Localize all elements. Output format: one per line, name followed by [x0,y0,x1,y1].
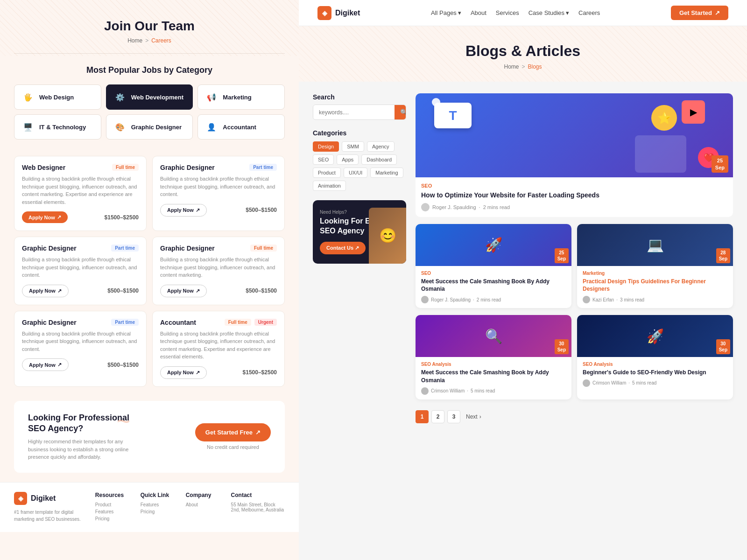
category-item-web-dev[interactable]: ⚙️ Web Development [106,84,193,110]
author-name: Kazi Erfan [592,297,614,302]
search-box: 🔍 [313,105,406,120]
sidebar-search-label: Search [313,93,406,101]
cat-tag-animation[interactable]: Animation [313,181,346,191]
careers-panel: Join Our Team Home > Careers Most Popula… [0,0,299,560]
job-footer-0: Apply Now ↗ $1500–$2500 [22,211,139,223]
apply-arrow-icon-2: ↗ [57,288,62,294]
cta-button[interactable]: Get Started Free ↗ [195,423,271,441]
blog-breadcrumb: Home > Blogs [308,63,738,70]
cat-tag-agency[interactable]: Agency [367,141,395,152]
cta-section: Looking For Professional SEO Agency? Hig… [14,401,285,473]
apply-button-2[interactable]: Apply Now ↗ [22,285,69,297]
chevron-down-icon: ▾ [566,9,569,16]
blog-main: T ⭐ ▶ ❤️ 25Sep SEO How to Optimize Your … [416,93,733,423]
blog-card-title-0[interactable]: Meet Success the Cale Smashing Book By A… [421,278,566,294]
job-footer-2: Apply Now ↗ $500–$1500 [22,285,139,297]
author-avatar [583,379,590,387]
breadcrumb-home[interactable]: Home [127,37,142,44]
nav-links: All Pages ▾ About Services Case Studies … [431,9,600,16]
cat-tag-dashboard[interactable]: Dashboard [361,154,397,165]
cat-tag-seo[interactable]: SEO [313,154,334,165]
read-time: 2 mins read [477,297,501,302]
blog-panel: ◈ Digiket All Pages ▾ About Services Cas… [299,0,747,560]
cat-tag-design[interactable]: Design [313,141,339,152]
category-item-web-design[interactable]: 🖐️ Web Design [14,84,101,110]
blog-content: Search 🔍 Categories Design SMM Agency SE… [299,82,747,435]
featured-article-category: SEO [421,183,727,189]
cat-tag-product[interactable]: Product [313,168,341,178]
category-item-accountant[interactable]: 👤 Accountant [197,114,285,140]
job-title-1: Graphic Designer [160,164,215,171]
breadcrumb: Home > Careers [9,37,289,44]
search-button[interactable]: 🔍 [395,105,406,119]
blog-card-body-2: SEO Analysis Meet Success the Cale Smash… [416,357,571,399]
apply-button-5[interactable]: Apply Now ↗ [160,366,207,379]
cta-desc: Highly recommend their templates for any… [28,438,131,461]
page-btn-2[interactable]: 2 [431,410,444,423]
job-desc-1: Building a strong backlink profile throu… [160,175,277,198]
nav-link-all-pages[interactable]: All Pages ▾ [431,9,461,16]
marketing-icon: 📢 [205,91,218,104]
monitor-decoration: T [434,103,472,128]
footer-link[interactable]: Product [95,502,131,507]
read-time: 2 mins read [483,204,510,210]
web-design-icon: 🖐️ [21,91,35,104]
page-btn-1[interactable]: 1 [416,410,429,423]
footer-col-contact: Contact 55 Main Street, Block 2nd, Melbo… [231,492,285,523]
job-desc-3: Building a strong backlink profile throu… [160,256,277,279]
apply-arrow-icon-5: ↗ [196,370,200,376]
job-card-5: Accountant Full time Urgent Building a s… [152,311,285,387]
blog-breadcrumb-home[interactable]: Home [504,63,519,70]
category-item-it-tech[interactable]: 🖥️ IT & Technology [14,114,101,140]
blog-card-title-3[interactable]: Beginner's Guide to SEO-Friendly Web Des… [583,369,727,377]
job-badge-4: Part time [111,319,139,326]
apply-button-3[interactable]: Apply Now ↗ [160,285,207,297]
footer-col-resources-heading: Resources [95,492,131,498]
apply-button-1[interactable]: Apply Now ↗ [160,204,207,217]
featured-article-title[interactable]: How to Optimize Your Website for Faster … [421,191,727,200]
cat-tag-smm[interactable]: SMM [342,141,364,152]
footer-link[interactable]: Features [141,502,176,507]
cat-tag-uxui[interactable]: UX/UI [344,168,367,178]
divider [14,53,285,54]
blog-card-body-0: SEO Meet Success the Cale Smashing Book … [416,266,571,308]
page-btn-3[interactable]: 3 [447,410,460,423]
nav-link-about[interactable]: About [471,9,486,16]
blog-card-category-0: SEO [421,271,566,276]
category-item-graphic[interactable]: 🎨 Graphic Designer [106,114,193,140]
blog-card-3: 🚀 30Sep SEO Analysis Beginner's Guide to… [577,315,733,399]
job-badge-0: Full time [112,164,139,171]
footer-link[interactable]: About [186,502,222,507]
search-input[interactable] [313,105,395,119]
pagination: 1 2 3 Next › [416,410,733,423]
blog-card-body-1: Marketing Practical Design Tips Guidelin… [577,266,733,308]
footer-link[interactable]: Pricing [141,509,176,514]
footer-grid: ◈ Digiket #1 framer template for digital… [14,492,285,523]
footer-link[interactable]: Pricing [95,516,131,521]
job-card-3: Graphic Designer Full time Building a st… [152,237,285,305]
page-next[interactable]: Next › [463,413,484,420]
job-salary-3: $500–$1500 [246,287,277,294]
ad-cta-button[interactable]: Contact Us ↗ [320,242,366,254]
nav-cta-button[interactable]: Get Started ↗ [671,6,728,20]
blog-card-title-2[interactable]: Meet Success the Cale Smashing Book by A… [421,369,566,385]
sidebar-search-section: Search 🔍 [313,93,406,120]
sidebar-categories-label: Categories [313,129,406,137]
category-item-marketing[interactable]: 📢 Marketing [197,84,285,110]
nav-link-careers[interactable]: Careers [578,9,600,16]
author-avatar [421,387,429,395]
job-desc-2: Building a strong backlink profile throu… [22,256,139,279]
blog-card-title-1[interactable]: Practical Design Tips Guidelines For Beg… [583,278,727,294]
web-dev-icon: ⚙️ [113,91,127,104]
blog-nav: ◈ Digiket All Pages ▾ About Services Cas… [299,0,747,26]
nav-link-case-studies[interactable]: Case Studies ▾ [529,9,569,16]
apply-button-4[interactable]: Apply Now ↗ [22,358,69,371]
apply-button-0[interactable]: Apply Now ↗ [22,211,68,223]
featured-article-author: Roger J. Spaulding · 2 mins read [421,203,727,211]
footer-link[interactable]: Features [95,509,131,514]
cat-tag-apps[interactable]: Apps [337,154,359,165]
blog-card-category-1: Marketing [583,271,727,276]
rect-decoration: ▶ [682,100,705,124]
cat-tag-marketing[interactable]: Marketing [370,168,403,178]
nav-link-services[interactable]: Services [496,9,519,16]
